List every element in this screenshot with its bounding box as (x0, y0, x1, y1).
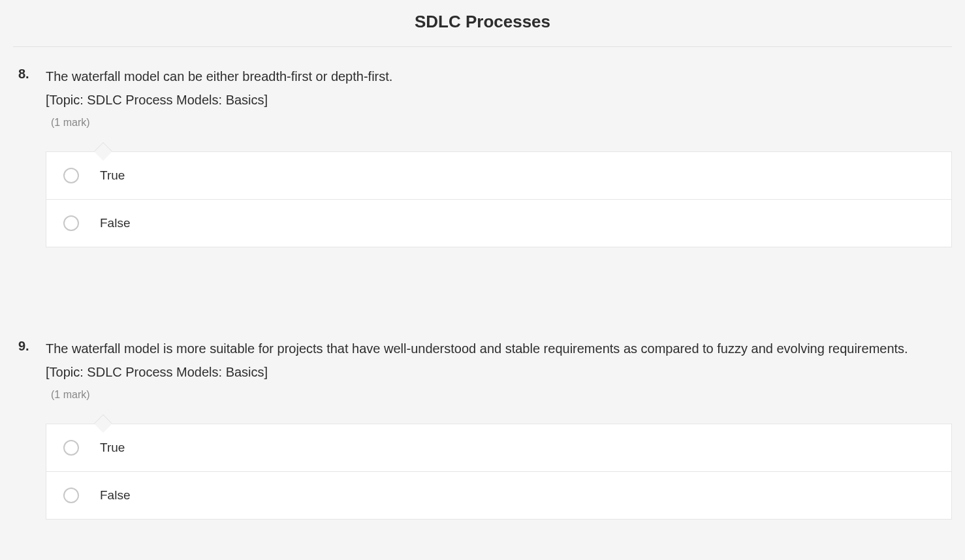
option-false[interactable]: False (46, 472, 952, 520)
question-number: 8. (18, 67, 34, 82)
option-false[interactable]: False (46, 200, 952, 247)
options-list: True False (46, 424, 952, 520)
question-body: The waterfall model can be either breadt… (46, 67, 952, 247)
question-topic: [Topic: SDLC Process Models: Basics] (46, 365, 952, 380)
question-header: 8. The waterfall model can be either bre… (18, 67, 952, 247)
option-label: True (100, 168, 125, 183)
question-topic: [Topic: SDLC Process Models: Basics] (46, 93, 952, 108)
radio-icon[interactable] (63, 215, 79, 231)
question-block-8: 8. The waterfall model can be either bre… (0, 47, 965, 287)
radio-icon[interactable] (63, 440, 79, 456)
question-header: 9. The waterfall model is more suitable … (18, 339, 952, 520)
question-marks: (1 mark) (51, 389, 952, 401)
question-block-9: 9. The waterfall model is more suitable … (0, 287, 965, 559)
page-header: SDLC Processes (13, 0, 952, 47)
question-marks: (1 mark) (51, 117, 952, 129)
question-number: 9. (18, 339, 34, 354)
option-label: True (100, 441, 125, 455)
option-true[interactable]: True (46, 151, 952, 200)
page-title: SDLC Processes (13, 12, 952, 32)
radio-icon[interactable] (63, 488, 79, 503)
question-text: The waterfall model is more suitable for… (46, 339, 952, 358)
question-body: The waterfall model is more suitable for… (46, 339, 952, 520)
option-label: False (100, 488, 130, 503)
options-list: True False (46, 151, 952, 247)
question-text: The waterfall model can be either breadt… (46, 67, 952, 86)
radio-icon[interactable] (63, 168, 79, 183)
option-label: False (100, 216, 130, 230)
option-true[interactable]: True (46, 424, 952, 472)
